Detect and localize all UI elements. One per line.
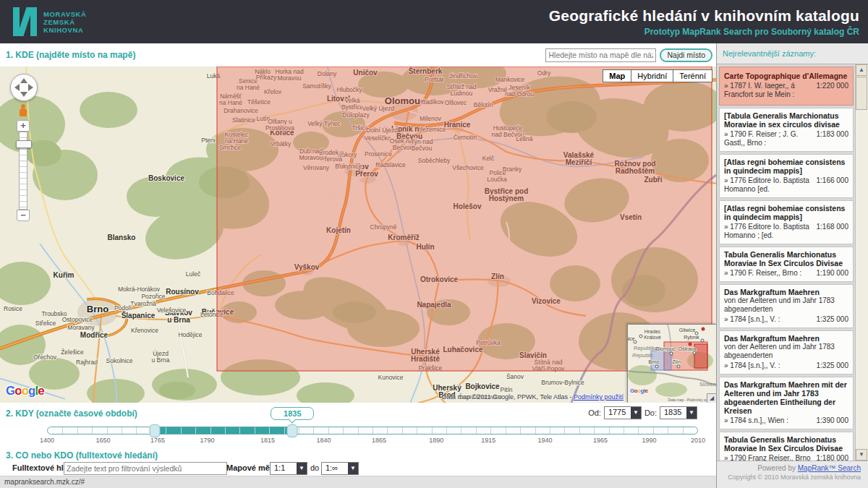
time-tick	[373, 427, 373, 434]
time-tick	[476, 427, 477, 434]
time-slider-handle-from[interactable]	[149, 424, 160, 437]
time-tick	[490, 427, 491, 434]
map-image: BrnoOlomoucProstějovPřerovVyškovZlínHran…	[0, 67, 716, 403]
time-tick	[579, 427, 580, 434]
result-record[interactable]: Das Markgraftum Maehren mit der Aelteren…	[719, 377, 854, 429]
fulltext-input[interactable]	[64, 462, 227, 475]
powered-by-label: Powered by	[757, 464, 796, 472]
map-town-label: Želešice	[61, 348, 84, 356]
scale-to-label: do	[310, 463, 319, 472]
scroll-up-icon[interactable]: ▲	[856, 64, 867, 76]
chevron-down-icon: ▼	[297, 463, 307, 474]
when-section-title: 2. KDY (označte časové období)	[6, 408, 137, 419]
map-town-label: Střelice	[35, 320, 56, 327]
header-titles: Geografické hledání v knihovním katalogu…	[549, 7, 859, 37]
map-pan-control[interactable]	[10, 74, 38, 101]
app-root: MORAVSKÁ ZEMSKÁ KNIHOVNA Geografické hle…	[0, 0, 868, 488]
time-tick	[77, 427, 78, 434]
result-record[interactable]: [Atlas regni bohemiae consistens in quin…	[719, 200, 854, 244]
map-attribution: Data map ©2011 Google, PPWK, Tele Atlas …	[442, 393, 624, 401]
zoom-slider-handle[interactable]	[16, 140, 32, 148]
map-town-label: Kuřim	[54, 271, 75, 279]
chevron-down-icon: ▼	[686, 407, 697, 419]
record-title: Carte Topographique d'Allemagne	[724, 72, 848, 80]
record-title: Tabula Generalis Marchionatus Moraviae I…	[724, 250, 848, 267]
result-record[interactable]: Das Markgraftum Maehrenvon der Aelteren …	[719, 284, 854, 328]
result-record[interactable]: [Atlas regni bohemiae consistens in quin…	[719, 154, 854, 198]
map-town-label: Blansko	[108, 234, 136, 241]
minimap-collapse-button[interactable]: ◢	[707, 393, 716, 403]
time-tick-label: 1865	[372, 437, 386, 444]
map-town-label: Rosice	[4, 305, 22, 312]
pegman-icon[interactable]	[18, 104, 28, 117]
record-citation: » 1790 F. Reiser,, Brno :	[724, 269, 801, 278]
result-record[interactable]: Tabula Generalis Marchionatus Moraviae I…	[719, 432, 854, 461]
where-section-bar: 1. KDE (najděte místo na mapě) Najdi mís…	[0, 43, 716, 67]
left-panel: 1. KDE (najděte místo na mapě) Najdi mís…	[0, 43, 716, 488]
minimap-region-label: Republic	[632, 352, 653, 359]
time-tick	[166, 427, 166, 434]
results-scrollbar[interactable]: ▲ ▼	[855, 64, 868, 461]
time-tick	[284, 427, 285, 434]
overview-minimap[interactable]: HradecKrálovéGliwiceRybnikPardubiceOlomo…	[627, 324, 716, 403]
results-scroll-area: Carte Topographique d'Allemagne» 1787 I.…	[717, 64, 868, 461]
time-tick	[181, 427, 182, 434]
map-town-label: Tvarožná	[130, 300, 156, 307]
result-record[interactable]: Carte Topographique d'Allemagne» 1787 I.…	[719, 67, 854, 106]
record-title: [Atlas regni bohemiae consistens in quin…	[724, 158, 848, 175]
time-tick-label: 1990	[642, 437, 656, 444]
time-slider-track[interactable]	[47, 427, 698, 435]
scale-from-select[interactable]: 1:1▼	[270, 462, 307, 475]
logo-line: MORAVSKÁ	[43, 10, 87, 18]
logo-line: ZEMSKÁ	[43, 18, 87, 26]
place-search-input[interactable]	[545, 48, 656, 62]
map-type-terrain[interactable]: Terénní	[673, 69, 712, 82]
zoom-in-button[interactable]: +	[17, 120, 30, 132]
minimap-region-label: Sloven	[699, 381, 716, 388]
time-tick	[594, 427, 595, 434]
zoom-out-button[interactable]: −	[17, 210, 30, 221]
time-tick	[653, 427, 654, 434]
time-tick	[343, 427, 344, 434]
map-town-label: Brumov-Bylnice	[541, 379, 584, 386]
time-slider-selected-range[interactable]	[155, 427, 292, 434]
place-search: Najdi místo	[545, 48, 712, 62]
scrollbar-thumb[interactable]	[856, 77, 867, 110]
when-section: 2. KDY (označte časové období) Od: 1775▼…	[0, 403, 716, 448]
time-tick-label: 1890	[429, 437, 443, 444]
record-citation: » 1776 Editore Io. Baptista Homanno ; [e…	[724, 223, 812, 240]
maprank-link[interactable]: MapRank™ Search	[798, 464, 861, 472]
time-tick	[358, 427, 359, 434]
time-tick	[668, 427, 668, 434]
record-subtitle: von der Aelteren und im Jahr 1783 abgeae…	[724, 296, 848, 314]
result-record[interactable]: Das Markgraftum Maehrenvon der Aelteren …	[719, 330, 854, 374]
minimap-city-marker	[677, 365, 680, 368]
do-select[interactable]: 1835▼	[660, 406, 697, 419]
time-tick	[506, 427, 506, 434]
map-type-map[interactable]: Map	[603, 69, 631, 82]
terms-link[interactable]: Podmínky použití	[574, 393, 624, 401]
map-type-hybrid[interactable]: Hybridní	[631, 69, 673, 82]
record-meta: » 1776 Editore Io. Baptista Homanno [ed.…	[724, 176, 848, 194]
record-citation: » 1776 Editore Io. Baptista Homanno [ed.	[724, 176, 812, 194]
scroll-down-icon[interactable]: ▼	[856, 449, 867, 461]
record-title: Das Markgraftum Maehren	[724, 288, 848, 296]
find-place-button[interactable]: Najdi místo	[660, 48, 712, 62]
time-slider-handle-to[interactable]	[287, 424, 298, 437]
map-town-label: Brno	[87, 304, 109, 314]
map-canvas[interactable]: BrnoOlomoucProstějovPřerovVyškovZlínHran…	[0, 67, 716, 403]
chevron-down-icon: ▼	[631, 407, 641, 419]
scale-to-select[interactable]: 1:∞▼	[321, 462, 359, 475]
map-town-label: Újezdu Brna	[151, 350, 169, 364]
record-scale: 1:183 000	[817, 130, 849, 147]
minimap-city-label: Pardubice	[628, 336, 635, 341]
record-scale: 1:325 000	[817, 361, 849, 370]
map-town-label: Ořechov	[33, 354, 57, 361]
result-record[interactable]: [Tabula Generalis Marchionatus Moraviae …	[719, 108, 854, 152]
time-tick-label: 2010	[691, 437, 705, 444]
result-record[interactable]: Tabula Generalis Marchionatus Moraviae I…	[719, 247, 854, 282]
record-title: Tabula Generalis Marchionatus Moraviae I…	[724, 435, 848, 453]
minimap-city-marker	[655, 365, 658, 368]
od-select[interactable]: 1775▼	[604, 406, 642, 419]
record-meta: » 1790 F. Reiser ; J. G. Gastl,, Brno :1…	[724, 130, 848, 147]
